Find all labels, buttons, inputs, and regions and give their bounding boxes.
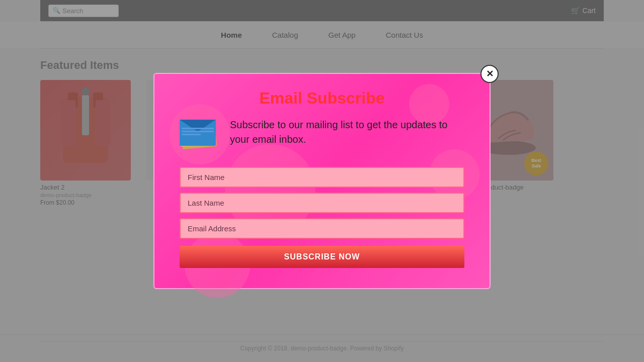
modal-content-row: Subscribe to our mailing list to get the… [180, 118, 464, 155]
email-input[interactable] [180, 218, 464, 239]
modal-form: SUBSCRIBE NOW [180, 167, 464, 268]
last-name-input[interactable] [180, 193, 464, 213]
modal-description: Subscribe to our mailing list to get the… [230, 118, 464, 147]
subscribe-button[interactable]: SUBSCRIBE NOW [180, 246, 464, 268]
envelope-lines [182, 128, 214, 137]
envelope-icon [180, 120, 220, 155]
first-name-input[interactable] [180, 167, 464, 188]
close-icon: ✕ [486, 69, 494, 78]
close-button[interactable]: ✕ [480, 65, 499, 83]
background-page: 🔍 🛒 Cart Home Catalog Get App Contact Us… [0, 0, 644, 362]
email-subscribe-modal: ✕ Email Subscribe [153, 73, 491, 289]
modal-title: Email Subscribe [180, 89, 464, 108]
modal-overlay: ✕ Email Subscribe [0, 0, 644, 362]
envelope-front [180, 120, 216, 146]
